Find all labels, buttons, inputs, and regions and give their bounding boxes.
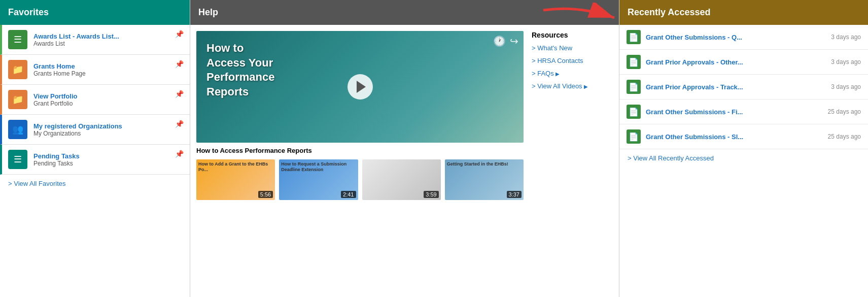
thumb-2-duration: 2:41 bbox=[341, 191, 356, 198]
faqs-external-icon: ▶ bbox=[555, 71, 560, 77]
favorites-header: Favorites bbox=[0, 0, 190, 25]
resources-title: Resources bbox=[532, 31, 613, 39]
recent-item-2-days: 3 days ago bbox=[831, 83, 861, 90]
recent-item-3-title: Grant Other Submissions - Fi... bbox=[646, 108, 823, 116]
help-header: Help bbox=[190, 0, 619, 25]
recent-item-1[interactable]: 📄 Grant Prior Approvals - Other... 3 day… bbox=[619, 50, 868, 75]
recent-item-0[interactable]: 📄 Grant Other Submissions - Q... 3 days … bbox=[619, 25, 868, 50]
pending-tasks-icon: ☰ bbox=[8, 150, 27, 169]
my-orgs-title: My registered Organizations bbox=[33, 122, 122, 130]
view-portfolio-subtitle: Grant Portfolio bbox=[33, 100, 77, 107]
recently-accessed-panel: Recently Accessed 📄 Grant Other Submissi… bbox=[619, 0, 868, 297]
thumbnail-4[interactable]: Getting Started in the EHBs! 3:37 bbox=[445, 159, 524, 200]
thumbnail-3[interactable]: 3:59 bbox=[362, 159, 441, 200]
resources-section: Resources > What's New > HRSA Contacts >… bbox=[532, 31, 613, 291]
help-body: How toAccess YourPerformanceReports 🕐 ↪ … bbox=[190, 25, 619, 297]
pending-tasks-subtitle: Pending Tasks bbox=[33, 160, 80, 167]
recent-item-4[interactable]: 📄 Grant Other Submissions - Sl... 25 day… bbox=[619, 124, 868, 149]
recent-item-2[interactable]: 📄 Grant Prior Approvals - Track... 3 day… bbox=[619, 75, 868, 100]
recent-item-2-title: Grant Prior Approvals - Track... bbox=[646, 83, 826, 91]
share-icon: ↪ bbox=[510, 35, 518, 47]
view-all-recently-accessed-link[interactable]: > View All Recently Accessed bbox=[619, 149, 868, 167]
thumb-2-label: How to Request a Submission Deadline Ext… bbox=[281, 161, 356, 173]
pin-icon-awards: 📌 bbox=[175, 30, 184, 38]
recent-item-3-text: Grant Other Submissions - Fi... bbox=[646, 108, 823, 116]
pin-icon-portfolio: 📌 bbox=[175, 90, 184, 98]
pin-icon-orgs: 📌 bbox=[175, 120, 184, 128]
awards-list-subtitle: Awards List bbox=[33, 40, 119, 47]
fav-item-my-orgs[interactable]: 👥 My registered Organizations My Organiz… bbox=[0, 115, 190, 145]
grants-home-subtitle: Grants Home Page bbox=[33, 70, 86, 77]
pin-icon-grants: 📌 bbox=[175, 60, 184, 68]
help-panel: Help How toAccess YourPerformanceReports… bbox=[190, 0, 619, 297]
thumb-1-duration: 5:56 bbox=[258, 191, 273, 198]
recent-item-3[interactable]: 📄 Grant Other Submissions - Fi... 25 day… bbox=[619, 100, 868, 124]
video-play-button[interactable] bbox=[348, 74, 373, 100]
recent-item-4-text: Grant Other Submissions - Sl... bbox=[646, 133, 823, 141]
pin-icon-tasks: 📌 bbox=[175, 150, 184, 158]
help-video-section: How toAccess YourPerformanceReports 🕐 ↪ … bbox=[196, 31, 524, 291]
recent-item-0-title: Grant Other Submissions - Q... bbox=[646, 34, 826, 41]
videos-external-icon: ▶ bbox=[584, 84, 588, 89]
faqs-link[interactable]: > FAQs ▶ bbox=[532, 70, 613, 77]
recent-doc-icon-3: 📄 bbox=[627, 105, 641, 119]
recent-doc-icon-2: 📄 bbox=[627, 80, 641, 94]
fav-item-text: View Portfolio Grant Portfolio bbox=[33, 92, 77, 107]
favorites-panel: Favorites ☰ Awards List - Awards List...… bbox=[0, 0, 190, 297]
video-overlay-text: How toAccess YourPerformanceReports bbox=[206, 41, 275, 99]
recent-item-2-text: Grant Prior Approvals - Track... bbox=[646, 83, 826, 91]
main-video[interactable]: How toAccess YourPerformanceReports 🕐 ↪ bbox=[196, 31, 524, 143]
fav-item-text: Grants Home Grants Home Page bbox=[33, 62, 86, 77]
thumbnail-2[interactable]: How to Request a Submission Deadline Ext… bbox=[279, 159, 358, 200]
pending-tasks-title: Pending Tasks bbox=[33, 152, 80, 160]
view-all-favorites-link[interactable]: > View All Favorites bbox=[0, 175, 190, 192]
thumb-1-label: How to Add a Grant to the EHBs Po... bbox=[198, 161, 273, 173]
thumb-4-label: Getting Started in the EHBs! bbox=[447, 161, 522, 167]
video-caption: How to Access Performance Reports bbox=[196, 147, 524, 154]
page-wrapper: Favorites ☰ Awards List - Awards List...… bbox=[0, 0, 868, 297]
view-all-videos-link[interactable]: > View All Videos ▶ bbox=[532, 82, 613, 90]
grants-home-title: Grants Home bbox=[33, 62, 86, 70]
view-portfolio-icon: 📁 bbox=[8, 90, 27, 109]
recently-accessed-body: 📄 Grant Other Submissions - Q... 3 days … bbox=[619, 25, 868, 149]
thumb-3-duration: 3:59 bbox=[424, 191, 438, 198]
recent-item-1-days: 3 days ago bbox=[831, 58, 861, 65]
thumb-4-duration: 3:37 bbox=[507, 191, 522, 198]
fav-item-text: Pending Tasks Pending Tasks bbox=[33, 152, 80, 167]
fav-item-pending-tasks[interactable]: ☰ Pending Tasks Pending Tasks 📌 bbox=[0, 145, 190, 175]
recent-doc-icon-0: 📄 bbox=[627, 30, 641, 44]
fav-item-text: My registered Organizations My Organizat… bbox=[33, 122, 122, 137]
fav-item-awards-list[interactable]: ☰ Awards List - Awards List... Awards Li… bbox=[0, 25, 190, 55]
my-orgs-icon: 👥 bbox=[8, 120, 27, 139]
recent-item-0-text: Grant Other Submissions - Q... bbox=[646, 34, 826, 41]
recent-doc-icon-1: 📄 bbox=[627, 55, 641, 69]
fav-item-grants-home[interactable]: 📁 Grants Home Grants Home Page 📌 bbox=[0, 55, 190, 85]
hrsa-contacts-link[interactable]: > HRSA Contacts bbox=[532, 57, 613, 64]
video-thumbnails: How to Add a Grant to the EHBs Po... 5:5… bbox=[196, 159, 524, 200]
recent-item-4-title: Grant Other Submissions - Sl... bbox=[646, 133, 823, 141]
view-portfolio-title: View Portfolio bbox=[33, 92, 77, 100]
fav-item-view-portfolio[interactable]: 📁 View Portfolio Grant Portfolio 📌 bbox=[0, 85, 190, 115]
recent-item-0-days: 3 days ago bbox=[831, 34, 861, 41]
whats-new-link[interactable]: > What's New bbox=[532, 44, 613, 52]
video-icons: 🕐 ↪ bbox=[493, 35, 518, 47]
recently-accessed-title: Recently Accessed bbox=[628, 7, 710, 18]
awards-list-title: Awards List - Awards List... bbox=[33, 32, 119, 40]
recent-doc-icon-4: 📄 bbox=[627, 129, 641, 144]
grants-home-icon: 📁 bbox=[8, 60, 27, 79]
recent-item-1-text: Grant Prior Approvals - Other... bbox=[646, 58, 826, 66]
recently-accessed-header: Recently Accessed bbox=[619, 0, 868, 25]
recent-item-1-title: Grant Prior Approvals - Other... bbox=[646, 58, 826, 66]
my-orgs-subtitle: My Organizations bbox=[33, 130, 122, 137]
thumbnail-1[interactable]: How to Add a Grant to the EHBs Po... 5:5… bbox=[196, 159, 275, 200]
recent-item-4-days: 25 days ago bbox=[828, 133, 861, 140]
fav-item-text: Awards List - Awards List... Awards List bbox=[33, 32, 119, 47]
awards-list-icon: ☰ bbox=[8, 30, 27, 49]
recent-item-3-days: 25 days ago bbox=[828, 108, 861, 115]
clock-icon: 🕐 bbox=[493, 35, 506, 47]
